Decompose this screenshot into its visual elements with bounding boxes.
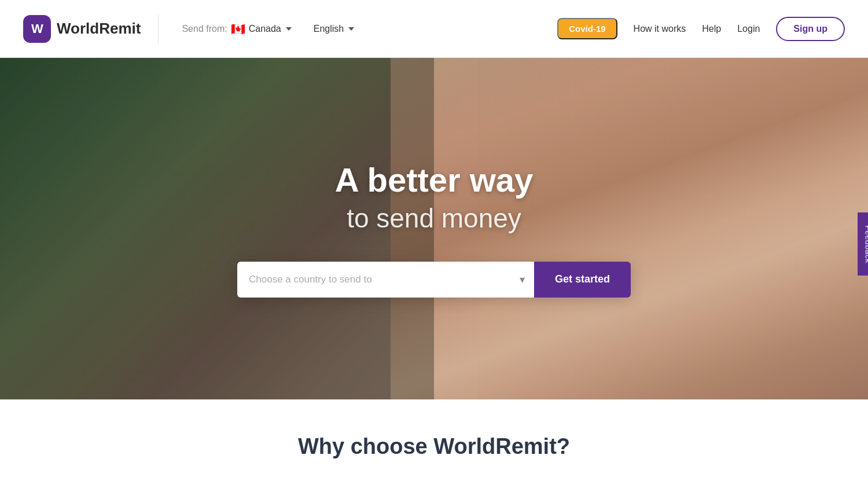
send-from-selector[interactable]: Send from: 🇨🇦 Canada — [176, 19, 297, 39]
canada-flag-icon: 🇨🇦 — [231, 22, 245, 36]
language-selector[interactable]: English — [308, 20, 360, 38]
hero-section: A better way to send money Choose a coun… — [0, 58, 868, 399]
hero-search-row: Choose a country to send to Philippines … — [237, 262, 631, 298]
header-right: Covid-19 How it works Help Login Sign up — [557, 17, 845, 41]
header: W WorldRemit Send from: 🇨🇦 Canada Englis… — [0, 0, 868, 58]
country-select[interactable]: Choose a country to send to Philippines … — [237, 262, 534, 298]
login-link[interactable]: Login — [737, 24, 760, 34]
hero-title: A better way — [335, 160, 534, 200]
feedback-tab[interactable]: Feedback — [858, 212, 868, 276]
country-chevron-icon — [286, 27, 292, 31]
why-title: Why choose WorldRemit? — [23, 434, 845, 459]
language-label: English — [314, 24, 344, 34]
selected-country: Canada — [249, 24, 281, 34]
signup-button[interactable]: Sign up — [776, 17, 845, 41]
language-chevron-icon — [348, 27, 354, 31]
header-nav: Send from: 🇨🇦 Canada English — [176, 19, 557, 39]
hero-content: A better way to send money Choose a coun… — [0, 160, 868, 298]
header-divider — [158, 14, 159, 43]
how-it-works-link[interactable]: How it works — [634, 24, 686, 34]
get-started-button[interactable]: Get started — [534, 262, 631, 298]
send-from-label: Send from: — [182, 24, 227, 34]
logo[interactable]: W WorldRemit — [23, 15, 141, 43]
below-fold-section: Why choose WorldRemit? — [0, 399, 868, 482]
covid-badge-button[interactable]: Covid-19 — [557, 18, 617, 39]
country-select-wrapper: Choose a country to send to Philippines … — [237, 262, 534, 298]
logo-text: WorldRemit — [57, 20, 141, 38]
logo-icon: W — [23, 15, 51, 43]
help-link[interactable]: Help — [702, 24, 721, 34]
hero-subtitle: to send money — [347, 203, 521, 234]
